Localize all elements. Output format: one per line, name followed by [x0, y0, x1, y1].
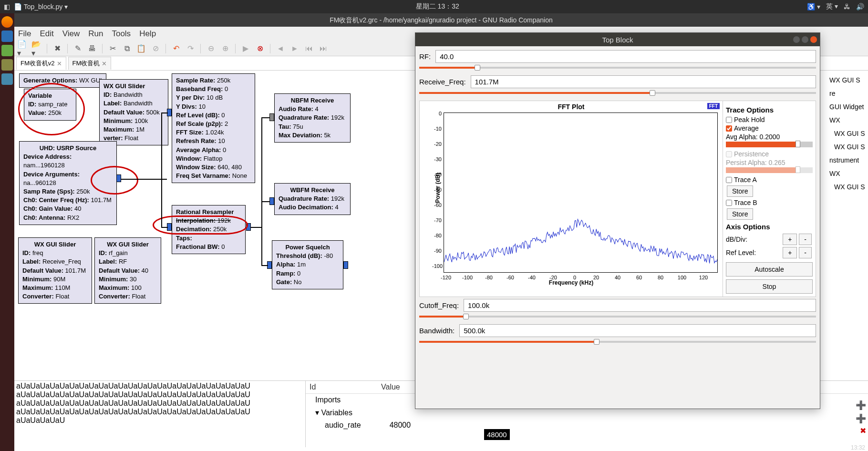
block-fft-sink[interactable]: Sample Rate: 250k Baseband Freq: 0 Y per… [172, 73, 255, 183]
sidebar-item[interactable]: WX GUI S [829, 73, 866, 87]
menu-file[interactable]: File [18, 29, 31, 39]
fft-plot[interactable] [444, 113, 718, 273]
zoom-in-icon[interactable]: ⊕ [220, 43, 230, 54]
menu-tools[interactable]: Tools [112, 29, 131, 39]
persistence-checkbox[interactable]: Persistence [726, 150, 813, 158]
axis-options-header: Axis Options [726, 223, 813, 231]
block-port[interactable] [269, 197, 274, 205]
cutoff-freq-input[interactable] [464, 299, 816, 312]
flowgraph-canvas[interactable]: Generate Options: WX GUI Variable ID: sa… [14, 71, 424, 376]
firefox-icon[interactable] [1, 16, 13, 28]
rf-slider[interactable] [419, 64, 816, 72]
copy-icon[interactable]: ⧉ [122, 43, 132, 54]
block-slider-freq[interactable]: WX GUI Slider ID: freq Label: Receive_Fr… [18, 237, 92, 304]
trace-a-checkbox[interactable]: Trace A [726, 176, 813, 184]
launcher-item[interactable] [1, 31, 13, 42]
prev-icon[interactable]: ◄ [275, 43, 286, 54]
average-checkbox[interactable]: Average [726, 124, 813, 132]
block-slider-rfgain[interactable]: WX GUI Slider ID: rf_gain Label: RF Defa… [94, 237, 161, 304]
tab-close-icon[interactable]: ✕ [102, 60, 107, 67]
first-icon[interactable]: ⏮ [304, 43, 314, 54]
peak-hold-checkbox[interactable]: Peak Hold [726, 116, 813, 123]
store-a-button[interactable]: Store [727, 185, 753, 197]
sidebar-item[interactable]: WX GUI S [834, 140, 866, 154]
menu-edit[interactable]: Edit [40, 29, 53, 39]
redo-icon[interactable]: ↷ [185, 43, 196, 54]
new-icon[interactable]: 📄▾ [17, 43, 28, 54]
sidebar-item[interactable]: WX [829, 113, 866, 127]
top-block-titlebar[interactable]: Top Block [415, 33, 820, 46]
block-port[interactable] [269, 113, 274, 121]
cut-icon[interactable]: ✂ [107, 43, 118, 54]
minimize-icon[interactable] [793, 36, 800, 43]
persist-alpha-slider[interactable] [726, 167, 813, 173]
launcher-item[interactable] [1, 73, 13, 85]
fft-button[interactable]: FFT [707, 103, 720, 109]
trace-b-checkbox[interactable]: Trace B [726, 199, 813, 206]
close-icon[interactable] [810, 36, 817, 43]
sidebar-item[interactable]: WX GUI S [834, 127, 866, 140]
tab-close-icon[interactable]: ✕ [57, 60, 62, 67]
sidebar-item[interactable]: GUI Widget [829, 100, 866, 113]
zoom-out-icon[interactable]: ⊖ [206, 43, 216, 54]
block-power-squelch[interactable]: Power Squelch Threshold (dB): -80 Alpha:… [272, 240, 343, 289]
receive-freq-input[interactable] [471, 75, 816, 88]
rf-input[interactable] [435, 50, 816, 63]
add-icon[interactable]: ➕ [856, 413, 866, 424]
bandwidth-slider[interactable] [419, 338, 816, 346]
print-icon[interactable]: 🖶 [87, 43, 97, 54]
unity-launcher [0, 13, 14, 451]
tab-fm-v2[interactable]: FM收音机v2✕ [16, 57, 66, 70]
paste-icon[interactable]: 📋 [136, 43, 146, 54]
ime-icon[interactable]: 英 ▾ [826, 2, 838, 11]
var-audio-rate[interactable]: audio_rate48000 [306, 419, 868, 431]
undo-icon[interactable]: ↶ [171, 43, 181, 54]
store-b-button[interactable]: Store [727, 208, 753, 220]
launcher-item[interactable] [1, 59, 13, 71]
block-slider-bandwidth[interactable]: WX GUI Slider ID: Bandwidth Label: Bandw… [99, 79, 168, 145]
log-line: aUaUaUaUaUaUaUaUaUaUaUaUaUaUaUaUaUaUaUaU… [16, 399, 303, 408]
menu-help[interactable]: Help [139, 29, 156, 39]
block-nbfm-receive[interactable]: NBFM Receive Audio Rate: 4 Quadrature Ra… [274, 93, 351, 143]
launcher-item[interactable] [1, 45, 13, 56]
sidebar-item[interactable]: re [829, 87, 866, 100]
accessibility-icon[interactable]: ♿ ▾ [807, 3, 820, 10]
tab-fm[interactable]: FM收音机✕ [68, 57, 112, 70]
play-icon[interactable]: ▶ [240, 43, 251, 54]
dbdiv-plus-button[interactable]: + [783, 234, 797, 245]
close-icon[interactable]: ✖ [52, 43, 62, 54]
dbdiv-minus-button[interactable]: - [799, 234, 812, 245]
volume-icon[interactable]: 🔊 [856, 3, 864, 10]
block-port[interactable] [343, 261, 348, 269]
stop-button[interactable]: Stop [726, 279, 813, 294]
next-icon[interactable]: ► [289, 43, 300, 54]
reflevel-minus-button[interactable]: - [799, 247, 812, 258]
menu-run[interactable]: Run [88, 29, 103, 39]
cutoff-freq-slider[interactable] [419, 313, 816, 320]
avg-alpha-label: Avg Alpha: 0.2000 [726, 133, 813, 141]
delete-icon[interactable]: ⊘ [150, 43, 161, 54]
maximize-icon[interactable] [802, 36, 808, 43]
reflevel-plus-button[interactable]: + [783, 247, 797, 258]
sidebar-item[interactable]: nstrument [829, 154, 866, 167]
stop-icon[interactable]: ⊗ [255, 43, 265, 54]
autoscale-button[interactable]: Autoscale [726, 262, 813, 277]
app-menu-icon[interactable]: ◧ [4, 3, 10, 10]
sidebar-item[interactable]: WX [829, 167, 866, 180]
avg-alpha-slider[interactable] [726, 142, 813, 147]
remove-icon[interactable]: ✖ [860, 426, 866, 435]
fft-plot-area[interactable]: FFT Plot FFT Power (dB) Frequency (kHz) … [420, 101, 723, 287]
block-tree-sidebar[interactable]: WX GUI S re GUI Widget WX WX GUI S WX GU… [827, 71, 868, 376]
open-icon[interactable]: 📂▾ [31, 43, 42, 54]
network-icon[interactable]: 🖧 [844, 3, 850, 10]
receive-freq-slider[interactable] [419, 89, 816, 97]
menu-view[interactable]: View [62, 29, 80, 39]
bandwidth-input[interactable] [459, 324, 816, 337]
last-icon[interactable]: ⏭ [318, 43, 329, 54]
edit-icon[interactable]: ✎ [72, 43, 83, 54]
os-clock[interactable]: 星期二 13：32 [68, 2, 807, 11]
console-pane[interactable]: aUaUaUaUaUaUaUaUaUaUaUaUaUaUaUaUaUaUaUaU… [14, 380, 305, 447]
block-wbfm-receive[interactable]: WBFM Receive Quadrature Rate: 192k Audio… [274, 183, 351, 215]
sidebar-item[interactable]: WX GUI S [834, 180, 866, 194]
add-icon[interactable]: ➕ [856, 400, 866, 410]
